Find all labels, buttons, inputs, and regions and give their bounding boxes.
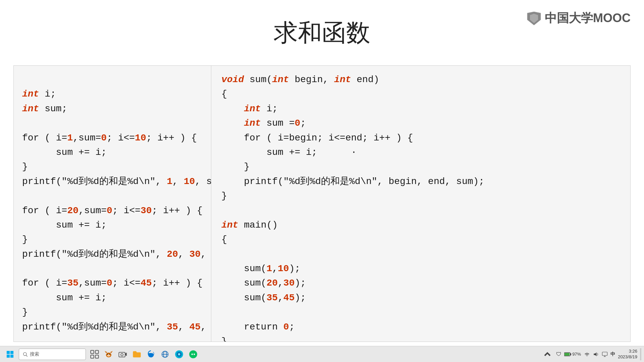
svg-rect-4 bbox=[10, 351, 13, 354]
code-line: for ( i=1,sum=0; i<=10; i++ ) { bbox=[22, 131, 203, 145]
code-line: void sum(int begin, int end) bbox=[221, 72, 620, 87]
search-box[interactable]: 搜索 bbox=[19, 349, 86, 360]
code-line: int sum =0; bbox=[221, 116, 620, 130]
file-explorer-button[interactable] bbox=[131, 348, 143, 360]
code-line: printf("%d到%d的和是%d\n", begin, end, sum); bbox=[221, 174, 620, 189]
code-line: sum += i; bbox=[22, 145, 203, 160]
code-line: int i; bbox=[22, 87, 203, 101]
svg-marker-34 bbox=[594, 352, 596, 356]
chat-icon bbox=[189, 350, 198, 359]
code-panel-left: int i; int sum; for ( i=1,sum=0; i<=10; … bbox=[13, 65, 211, 342]
code-line: int main() bbox=[221, 218, 620, 232]
code-line bbox=[22, 261, 203, 276]
code-line: for ( i=35,sum=0; i<=45; i++ ) { bbox=[22, 276, 203, 290]
battery-indicator: 97% bbox=[564, 352, 581, 357]
svg-rect-19 bbox=[119, 352, 125, 357]
code-line: int sum; bbox=[22, 102, 203, 116]
code-line: sum += i; bbox=[22, 218, 203, 232]
time-display: 3:26 2023/8/19 bbox=[618, 349, 637, 360]
chevron-up-icon bbox=[543, 350, 552, 359]
start-button[interactable] bbox=[3, 348, 17, 361]
code-line: for ( i=begin; i<=end; i++ ) { bbox=[221, 131, 620, 145]
show-hidden-icons-button[interactable] bbox=[541, 348, 553, 360]
svg-point-28 bbox=[189, 350, 197, 358]
code-line: printf("%d到%d的和是%d\n", 1, 10, s bbox=[22, 174, 203, 189]
windows-icon bbox=[6, 351, 14, 358]
code-line: sum += i; bbox=[22, 291, 203, 305]
code-line bbox=[221, 247, 620, 261]
svg-rect-3 bbox=[7, 351, 10, 354]
code-line: } bbox=[22, 160, 203, 174]
svg-point-30 bbox=[194, 353, 195, 355]
svg-point-21 bbox=[121, 353, 123, 356]
search-text: 搜索 bbox=[30, 351, 39, 357]
fox-icon bbox=[104, 350, 113, 359]
code-line: } bbox=[221, 160, 620, 174]
circle-app-icon bbox=[174, 350, 184, 359]
taskbar-icons bbox=[89, 348, 199, 360]
svg-rect-33 bbox=[570, 353, 571, 355]
system-tray: 🛡 97% 中 bbox=[541, 348, 641, 360]
taskbar: 搜索 bbox=[0, 346, 644, 362]
code-line: } bbox=[221, 334, 620, 342]
svg-rect-11 bbox=[91, 355, 94, 358]
code-line: int i; bbox=[221, 102, 620, 116]
code-line: } bbox=[221, 189, 620, 203]
code-line: sum(20,30); bbox=[221, 276, 620, 290]
svg-point-17 bbox=[107, 354, 108, 355]
svg-rect-10 bbox=[95, 350, 98, 353]
svg-line-8 bbox=[26, 355, 28, 357]
media-button[interactable] bbox=[117, 348, 129, 360]
svg-rect-9 bbox=[91, 350, 94, 353]
svg-rect-6 bbox=[10, 354, 13, 357]
ie-icon bbox=[160, 350, 170, 359]
task-view-button[interactable] bbox=[89, 348, 101, 360]
clock-date: 2023/8/19 bbox=[618, 354, 637, 360]
shield-tray-icon: 🛡 bbox=[556, 351, 561, 357]
page-title: 求和函数 bbox=[0, 17, 644, 49]
language-indicator[interactable]: 中 bbox=[610, 351, 615, 357]
code-panel-right: void sum(int begin, int end) { int i; in… bbox=[211, 65, 631, 342]
code-line bbox=[22, 116, 203, 130]
code-line: sum(35,45); bbox=[221, 291, 620, 305]
code-line: return 0; bbox=[221, 320, 620, 334]
svg-rect-5 bbox=[7, 354, 10, 357]
search-icon bbox=[22, 352, 28, 357]
svg-marker-14 bbox=[105, 351, 107, 353]
svg-point-29 bbox=[192, 353, 193, 355]
svg-point-27 bbox=[178, 353, 180, 355]
svg-point-18 bbox=[109, 354, 110, 355]
display-icon bbox=[602, 351, 608, 357]
code-line bbox=[221, 203, 620, 218]
folder-icon bbox=[132, 350, 142, 359]
wifi-icon bbox=[584, 352, 590, 357]
code-line bbox=[221, 305, 620, 319]
camera-icon bbox=[118, 350, 127, 359]
svg-rect-12 bbox=[95, 355, 98, 358]
edge-icon bbox=[146, 350, 156, 359]
code-line bbox=[22, 189, 203, 203]
code-line: printf("%d到%d的和是%d\n", 20, 30, bbox=[22, 247, 203, 261]
code-line bbox=[22, 72, 203, 87]
code-line: for ( i=20,sum=0; i<=30; i++ ) { bbox=[22, 203, 203, 218]
clock-time: 3:26 bbox=[618, 349, 637, 354]
code-line: printf("%d到%d的和是%d\n", 35, 45, bbox=[22, 320, 203, 334]
show-desktop-button[interactable] bbox=[640, 348, 641, 360]
code-line: sum += i; · bbox=[221, 145, 620, 160]
code-container: int i; int sum; for ( i=1,sum=0; i<=10; … bbox=[13, 65, 631, 342]
code-line: } bbox=[22, 232, 203, 247]
app-icon-button[interactable] bbox=[173, 348, 185, 360]
mascot-icon-button[interactable] bbox=[103, 348, 115, 360]
edge-browser-button[interactable] bbox=[145, 348, 157, 360]
code-line: { bbox=[221, 232, 620, 247]
ie-browser-button[interactable] bbox=[159, 348, 171, 360]
code-line: } bbox=[22, 305, 203, 319]
svg-rect-35 bbox=[602, 352, 607, 356]
chat-button[interactable] bbox=[187, 348, 199, 360]
svg-point-7 bbox=[23, 352, 26, 355]
code-line: { bbox=[221, 87, 620, 101]
task-view-icon bbox=[90, 350, 99, 359]
battery-icon bbox=[564, 352, 572, 357]
volume-icon bbox=[593, 351, 599, 357]
code-line: sum(1,10); bbox=[221, 261, 620, 276]
